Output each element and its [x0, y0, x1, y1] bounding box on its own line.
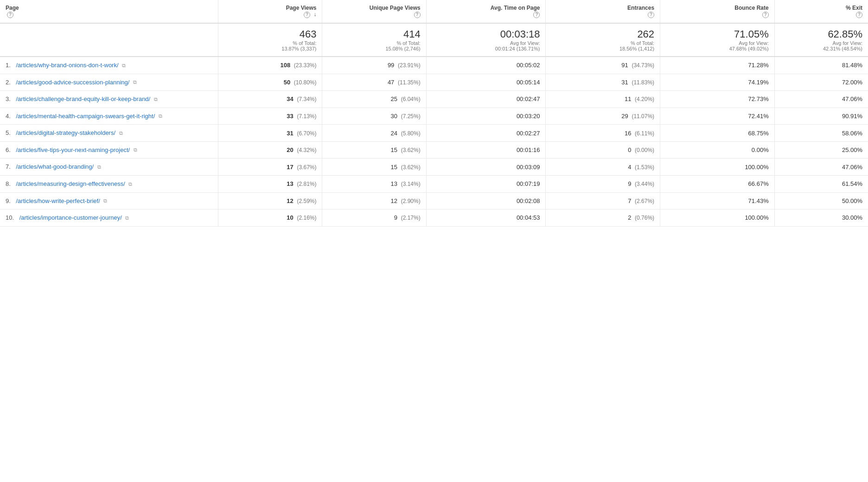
copy-icon[interactable]: ⧉ — [122, 63, 128, 69]
help-icon-bounce-rate[interactable]: ? — [762, 12, 769, 18]
row-7-avg-time: 00:03:09 — [426, 159, 546, 176]
page-link[interactable]: /articles/importance-customer-journey/ — [19, 214, 122, 221]
help-icon-page-views[interactable]: ? — [304, 12, 310, 18]
copy-icon[interactable]: ⧉ — [128, 181, 135, 188]
summary-br-sub1: Avg for View: — [666, 40, 769, 46]
page-link[interactable]: /articles/digital-strategy-stakeholders/ — [16, 129, 115, 136]
row-9-avg-time: 00:02:08 — [426, 192, 546, 209]
row-5-page-views: 31 (6.70%) — [218, 125, 322, 142]
help-icon-percent-exit[interactable]: ? — [856, 12, 862, 18]
copy-icon[interactable]: ⧉ — [119, 130, 126, 137]
pv-pct: (3.67%) — [297, 164, 316, 171]
page-link[interactable]: /articles/five-tips-your-next-naming-pro… — [16, 146, 130, 153]
upv-pct: (11.35%) — [398, 79, 421, 86]
row-2-bounce-rate: 74.19% — [660, 74, 775, 91]
copy-icon[interactable]: ⧉ — [133, 79, 140, 86]
col-header-bounce-rate: Bounce Rate ? — [660, 0, 775, 23]
page-link[interactable]: /articles/challenge-brand-equity-kill-or… — [16, 95, 150, 102]
row-3-unique-page-views: 25 (6.04%) — [322, 91, 426, 108]
row-2-unique-page-views: 47 (11.35%) — [322, 74, 426, 91]
ent-value: 16 — [625, 130, 631, 137]
upv-pct: (23.91%) — [398, 62, 421, 69]
pv-pct: (4.32%) — [297, 147, 316, 153]
row-3-avg-time: 00:02:47 — [426, 91, 546, 108]
row-num: 7. — [6, 163, 11, 170]
row-10-bounce-rate: 100.00% — [660, 209, 775, 227]
help-icon-page[interactable]: ? — [7, 12, 13, 18]
upv-pct: (6.04%) — [401, 96, 421, 102]
upv-value: 30 — [391, 113, 397, 120]
row-8-entrances: 9 (3.44%) — [546, 175, 660, 192]
help-icon-entrances[interactable]: ? — [648, 12, 654, 18]
row-4-entrances: 29 (11.07%) — [546, 108, 660, 125]
pv-value: 10 — [287, 214, 293, 221]
upv-value: 9 — [394, 214, 397, 221]
upv-pct: (2.90%) — [401, 198, 421, 204]
row-4-page-views: 33 (7.13%) — [218, 108, 322, 125]
table-row: 4. /articles/mental-health-campaign-swea… — [0, 108, 868, 125]
row-6-bounce-rate: 0.00% — [660, 141, 775, 159]
summary-bounce-rate: 71.05% Avg for View: 47.68% (49.02%) — [660, 23, 775, 57]
row-6-unique-page-views: 15 (3.62%) — [322, 141, 426, 159]
copy-icon[interactable]: ⧉ — [125, 215, 132, 222]
row-4-page-cell: 4. /articles/mental-health-campaign-swea… — [0, 108, 218, 125]
copy-icon[interactable]: ⧉ — [154, 96, 160, 103]
table-row: 7. /articles/what-good-branding/ ⧉ 17 (3… — [0, 159, 868, 176]
ent-value: 2 — [628, 214, 631, 221]
row-2-page-cell: 2. /articles/good-advice-succession-plan… — [0, 74, 218, 91]
pv-value: 12 — [287, 197, 293, 204]
row-7-unique-page-views: 15 (3.62%) — [322, 159, 426, 176]
summary-atp-sub2: 00:01:24 (136.71%) — [432, 46, 540, 51]
summary-pv-main: 463 — [224, 28, 316, 40]
ent-pct: (3.44%) — [635, 181, 654, 187]
row-3-entrances: 11 (4.20%) — [546, 91, 660, 108]
summary-page-cell — [0, 23, 218, 57]
row-1-percent-exit: 81.48% — [774, 57, 868, 74]
page-link[interactable]: /articles/what-good-branding/ — [16, 163, 94, 170]
ent-pct: (6.11%) — [635, 130, 654, 137]
summary-exit-sub1: Avg for View: — [780, 40, 862, 46]
row-6-page-cell: 6. /articles/five-tips-your-next-naming-… — [0, 141, 218, 159]
col-header-percent-exit: % Exit ? — [774, 0, 868, 23]
row-4-unique-page-views: 30 (7.25%) — [322, 108, 426, 125]
row-6-avg-time: 00:01:16 — [426, 141, 546, 159]
page-link[interactable]: /articles/how-write-perfect-brief/ — [16, 197, 100, 204]
col-title-avg-time: Avg. Time on Page — [432, 5, 540, 11]
ent-value: 4 — [628, 164, 631, 171]
pv-value: 17 — [287, 164, 293, 171]
page-link[interactable]: /articles/mental-health-campaign-swears-… — [16, 113, 155, 120]
row-2-page-views: 50 (10.80%) — [218, 74, 322, 91]
col-title-page-views: Page Views — [224, 5, 316, 11]
row-5-avg-time: 00:02:27 — [426, 125, 546, 142]
copy-icon[interactable]: ⧉ — [103, 198, 110, 204]
row-10-percent-exit: 30.00% — [774, 209, 868, 227]
row-10-avg-time: 00:04:53 — [426, 209, 546, 227]
page-link[interactable]: /articles/good-advice-succession-plannin… — [16, 79, 129, 86]
page-link[interactable]: /articles/measuring-design-effectiveness… — [16, 180, 125, 187]
table-row: 6. /articles/five-tips-your-next-naming-… — [0, 141, 868, 159]
row-10-page-views: 10 (2.16%) — [218, 209, 322, 227]
row-8-avg-time: 00:07:19 — [426, 175, 546, 192]
ent-value: 29 — [621, 113, 628, 120]
row-4-bounce-rate: 72.41% — [660, 108, 775, 125]
row-8-unique-page-views: 13 (3.14%) — [322, 175, 426, 192]
page-link[interactable]: /articles/why-brand-onions-don-t-work/ — [16, 62, 118, 69]
help-icon-avg-time[interactable]: ? — [533, 12, 540, 18]
ent-pct: (11.83%) — [632, 79, 654, 86]
pv-value: 34 — [287, 95, 293, 102]
row-8-page-cell: 8. /articles/measuring-design-effectiven… — [0, 175, 218, 192]
table-row: 10. /articles/importance-customer-journe… — [0, 209, 868, 227]
ent-value: 7 — [628, 197, 631, 204]
sort-arrow-page-views[interactable]: ↓ — [313, 11, 316, 18]
copy-icon[interactable]: ⧉ — [134, 147, 140, 153]
upv-value: 15 — [391, 146, 397, 153]
copy-icon[interactable]: ⧉ — [159, 113, 165, 120]
col-title-page: Page — [6, 5, 212, 11]
upv-value: 24 — [391, 130, 397, 137]
copy-icon[interactable]: ⧉ — [97, 164, 104, 171]
ent-value: 91 — [621, 62, 628, 69]
summary-upv-sub1: % of Total: — [328, 40, 420, 46]
row-num: 3. — [6, 95, 11, 102]
row-3-bounce-rate: 72.73% — [660, 91, 775, 108]
help-icon-unique-page-views[interactable]: ? — [414, 12, 421, 18]
